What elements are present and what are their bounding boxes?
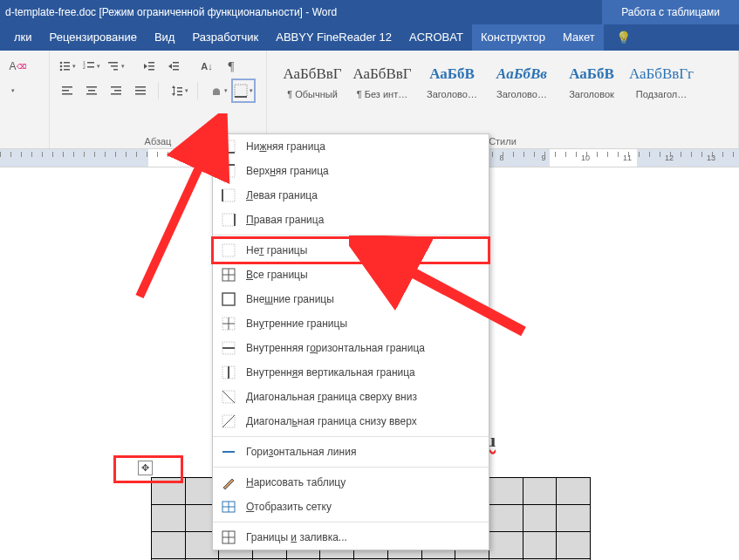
border-inner-label: Внутренние границы <box>246 318 347 330</box>
table-cell[interactable] <box>152 505 186 532</box>
change-case-icon[interactable] <box>7 80 17 101</box>
tab-view[interactable]: Вид <box>146 24 184 51</box>
style-0[interactable]: АаБбВвГ¶ Обычный <box>279 59 346 99</box>
border-none-icon <box>220 242 237 259</box>
border-top-item[interactable]: Верхняя граница <box>213 159 489 183</box>
border-dup-icon <box>220 413 237 430</box>
svg-rect-13 <box>148 62 154 64</box>
clear-format-icon[interactable]: A⌫ <box>7 56 28 77</box>
svg-rect-43 <box>222 214 235 226</box>
border-left-icon <box>220 187 237 204</box>
border-outer-label: Внешние границы <box>246 293 334 305</box>
style-4[interactable]: АаБбВЗаголовок <box>558 59 625 99</box>
border-dlg-label: Границы и заливка... <box>246 531 347 543</box>
table-move-handle[interactable]: ✥ <box>138 461 153 475</box>
svg-rect-45 <box>222 244 235 256</box>
border-outer-icon <box>220 290 237 308</box>
border-none-item[interactable]: Нет границы <box>213 238 489 263</box>
tab-design[interactable]: Конструктор <box>472 24 554 51</box>
border-right-item[interactable]: Правая граница <box>213 208 489 232</box>
border-inner-item[interactable]: Внутренние границы <box>213 311 489 336</box>
table-cell[interactable] <box>489 505 523 532</box>
line-spacing-button[interactable] <box>169 80 190 101</box>
border-bottom-item[interactable]: Нижняя граница <box>213 134 489 159</box>
svg-rect-27 <box>111 93 121 95</box>
borders-button[interactable] <box>233 80 254 101</box>
tab-layout[interactable]: Макет <box>554 24 604 51</box>
table-cell[interactable] <box>523 505 557 532</box>
border-grid-label: Отобразить сетку <box>246 501 332 513</box>
table-cell[interactable] <box>152 532 186 559</box>
border-dlg-icon <box>220 529 237 546</box>
tab-developer[interactable]: Разработчик <box>183 24 267 51</box>
border-all-item[interactable]: Все границы <box>213 263 489 287</box>
table-cell[interactable] <box>489 478 523 505</box>
multilevel-button[interactable] <box>106 56 127 77</box>
sort-button[interactable]: A↓ <box>196 56 217 77</box>
dec-indent-button[interactable] <box>139 56 160 77</box>
tab-finereader[interactable]: ABBYY FineReader 12 <box>267 24 400 51</box>
pilcrow-button[interactable]: ¶ <box>221 56 242 77</box>
svg-rect-9 <box>87 66 94 68</box>
ruler-num: 10 <box>581 154 590 162</box>
svg-rect-25 <box>111 86 121 88</box>
border-dlg-item[interactable]: Границы и заливка... <box>213 525 489 550</box>
style-3[interactable]: АаБбВвЗаголово… <box>489 59 555 99</box>
border-right-label: Правая граница <box>246 214 324 226</box>
align-right-button[interactable] <box>106 80 127 101</box>
titlebar: d-template-free.doc [Режим ограниченной … <box>0 0 739 24</box>
bullets-button[interactable] <box>57 56 78 77</box>
border-hline-label: Горизонтальная линия <box>246 446 356 458</box>
align-justify-button[interactable] <box>130 80 151 101</box>
table-cell[interactable] <box>557 532 591 559</box>
border-iv-item[interactable]: Внутренняя вертикальная граница <box>213 360 489 385</box>
svg-rect-3 <box>64 65 70 67</box>
style-2[interactable]: АаБбВЗаголово… <box>419 59 485 99</box>
ruler-num: 13 <box>707 154 715 162</box>
border-ih-label: Внутренняя горизонтальная граница <box>246 342 425 354</box>
border-all-label: Все границы <box>246 269 308 281</box>
svg-point-4 <box>60 69 63 72</box>
style-1[interactable]: АаБбВвГ¶ Без инт… <box>349 59 415 99</box>
align-left-button[interactable] <box>57 80 78 101</box>
inc-indent-button[interactable] <box>163 56 184 77</box>
svg-rect-41 <box>222 189 235 201</box>
border-left-label: Левая граница <box>246 189 318 201</box>
svg-rect-16 <box>173 62 179 64</box>
table-cell[interactable] <box>523 478 557 505</box>
border-outer-item[interactable]: Внешние границы <box>213 287 489 311</box>
align-center-button[interactable] <box>81 80 102 101</box>
table-cell[interactable] <box>557 478 591 505</box>
ruler-num: 12 <box>665 154 674 162</box>
table-cell[interactable] <box>489 532 523 559</box>
svg-rect-10 <box>108 62 118 64</box>
svg-rect-29 <box>135 90 146 92</box>
ruler-num: 11 <box>623 154 632 162</box>
svg-rect-49 <box>222 293 235 305</box>
border-ih-item[interactable]: Внутренняя горизонтальная граница <box>213 336 489 360</box>
tell-me-icon[interactable]: 💡 <box>607 24 640 51</box>
border-dup-item[interactable]: Диагональная граница снизу вверх <box>213 409 489 434</box>
clipboard-group: A⌫ <box>0 51 50 148</box>
border-draw-item[interactable]: Нарисовать таблицу <box>213 470 489 495</box>
svg-rect-24 <box>86 93 97 95</box>
border-inner-icon <box>220 315 237 332</box>
svg-rect-37 <box>222 140 235 153</box>
border-grid-item[interactable]: Отобразить сетку <box>213 495 489 519</box>
table-cell[interactable] <box>557 505 591 532</box>
border-ddown-item[interactable]: Диагональная граница сверху вниз <box>213 385 489 409</box>
tab-review[interactable]: Рецензирование <box>41 24 146 51</box>
border-ih-icon <box>220 339 237 357</box>
border-left-item[interactable]: Левая граница <box>213 183 489 208</box>
svg-rect-31 <box>174 88 174 93</box>
tab-acrobat[interactable]: ACROBAT <box>400 24 472 51</box>
border-bottom-icon <box>220 138 237 155</box>
svg-rect-18 <box>173 69 179 71</box>
border-hline-item[interactable]: Горизонтальная линия <box>213 440 489 464</box>
border-right-icon <box>220 211 237 229</box>
style-5[interactable]: АаБбВвГгПодзагол… <box>628 59 695 99</box>
table-cell[interactable] <box>523 532 557 559</box>
tab-links[interactable]: лки <box>5 24 41 51</box>
shading-button[interactable] <box>209 80 229 101</box>
numbering-button[interactable]: 12 <box>81 56 102 77</box>
